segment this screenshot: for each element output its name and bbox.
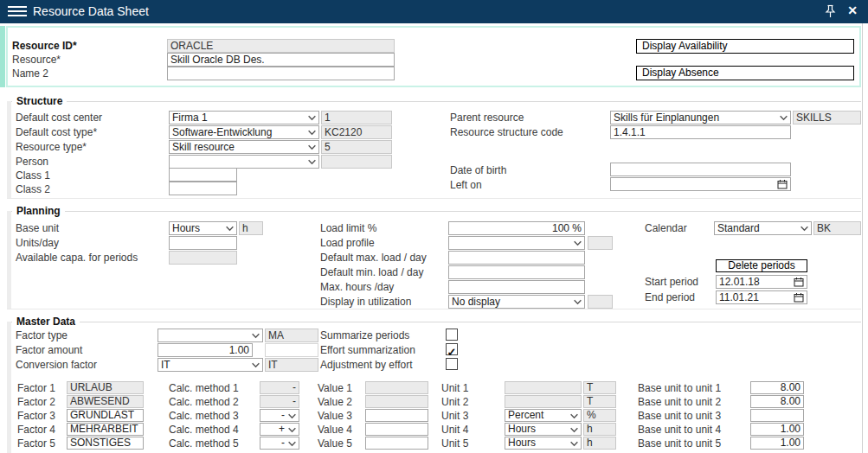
load-profile-select[interactable] xyxy=(448,236,585,250)
calc-method1-field: - xyxy=(260,381,299,394)
factor3-field[interactable]: GRUNDLAST xyxy=(67,409,144,422)
unit4-value: Hours xyxy=(508,423,536,435)
factor-type-code: MA xyxy=(265,329,318,342)
factor-amount-field[interactable]: 1.00 xyxy=(158,343,253,357)
default-max-load-field[interactable] xyxy=(448,251,585,265)
class2-field[interactable] xyxy=(169,182,237,195)
summarize-periods-checkbox[interactable] xyxy=(446,329,458,341)
close-icon[interactable]: ✕ xyxy=(847,3,858,17)
name2-field[interactable] xyxy=(167,67,395,80)
person-label: Person xyxy=(16,155,48,169)
default-cost-center-code: 1 xyxy=(321,111,392,124)
chevron-down-icon xyxy=(225,224,235,233)
factor5-field[interactable]: SONSTIGES xyxy=(67,437,144,450)
default-cost-type-select[interactable]: Software-Entwicklung xyxy=(169,125,319,139)
factor-amount-label: Factor amount xyxy=(16,343,82,357)
units-day-label: Units/day xyxy=(16,236,59,250)
parent-resource-select[interactable]: Skills für Einplanungen xyxy=(610,111,791,124)
available-capa-label: Available capa. for periods xyxy=(16,251,138,265)
accent-strip xyxy=(0,26,5,87)
window-title: Resource Data Sheet xyxy=(33,4,149,18)
display-absence-button[interactable]: Display Absence xyxy=(636,66,854,80)
person-select[interactable] xyxy=(169,155,319,169)
chevron-down-icon xyxy=(307,157,317,167)
effort-summarization-checkbox[interactable] xyxy=(446,343,458,355)
calc-method2-field: - xyxy=(260,395,299,408)
resource-data-sheet-window: Resource Data Sheet ✕ Resource ID* Resou… xyxy=(0,0,868,453)
left-on-label: Left on xyxy=(450,178,482,192)
value4-label: Value 4 xyxy=(318,423,352,437)
start-period-field[interactable]: 12.01.18 xyxy=(716,275,807,289)
resource-field[interactable]: Skill Oracle DB Des. xyxy=(167,53,395,67)
base-unit-to-unit3-field[interactable] xyxy=(750,409,804,422)
default-cost-type-value: Software-Entwicklung xyxy=(172,126,272,138)
adjustment-by-effort-checkbox[interactable] xyxy=(446,358,458,370)
value2-label: Value 2 xyxy=(318,395,352,409)
base-unit-label: Base unit xyxy=(16,221,59,235)
left-on-field[interactable] xyxy=(610,177,791,191)
factor-type-select[interactable] xyxy=(158,329,263,342)
date-of-birth-field[interactable] xyxy=(610,163,791,176)
value3-field[interactable] xyxy=(365,409,428,422)
unit5-value: Hours xyxy=(508,437,536,449)
base-unit-to-unit5-field[interactable]: 1.00 xyxy=(750,437,804,450)
structure-section-line xyxy=(7,101,861,102)
units-day-field[interactable] xyxy=(169,236,237,250)
calc-method1-label: Calc. method 1 xyxy=(169,381,239,395)
start-period-label: Start period xyxy=(645,275,698,289)
calendar-value: Standard xyxy=(717,222,760,234)
default-min-load-label: Default min. load / day xyxy=(320,265,423,279)
calendar-icon[interactable] xyxy=(777,179,788,189)
hamburger-menu-icon[interactable] xyxy=(8,6,27,17)
resource-id-field: ORACLE xyxy=(167,39,395,53)
resource-type-select[interactable]: Skill resource xyxy=(169,140,319,154)
calendar-icon[interactable] xyxy=(794,277,804,287)
display-availability-button[interactable]: Display Availability xyxy=(636,39,854,54)
default-min-load-field[interactable] xyxy=(448,265,585,279)
name2-label: Name 2 xyxy=(12,67,48,80)
unit3-select[interactable]: Percent xyxy=(505,409,582,422)
calc-method4-value: + xyxy=(279,423,285,435)
chevron-down-icon xyxy=(573,297,582,307)
unit5-select[interactable]: Hours xyxy=(505,437,582,450)
calendar-icon[interactable] xyxy=(794,292,804,303)
base-unit-to-unit2-field[interactable]: 8.00 xyxy=(750,395,804,408)
value4-field[interactable] xyxy=(365,423,428,436)
base-unit-select[interactable]: Hours xyxy=(169,221,237,235)
factor4-field[interactable]: MEHRARBEIT xyxy=(67,423,144,436)
base-unit-to-unit4-field[interactable]: 1.00 xyxy=(750,423,804,436)
structure-section-band xyxy=(7,101,11,198)
class1-label: Class 1 xyxy=(16,169,50,182)
unit4-select[interactable]: Hours xyxy=(505,423,582,436)
factor1-label: Factor 1 xyxy=(17,381,55,395)
calc-method2-label: Calc. method 2 xyxy=(169,395,239,409)
end-period-value: 11.01.21 xyxy=(719,291,759,303)
calendar-label: Calendar xyxy=(645,221,687,235)
display-in-utilization-select[interactable]: No display xyxy=(448,295,585,309)
unit2-field xyxy=(505,395,582,408)
load-limit-field[interactable]: 100 % xyxy=(448,221,585,235)
calc-method4-select[interactable]: + xyxy=(260,423,299,436)
delete-periods-button[interactable]: Delete periods xyxy=(716,259,807,272)
base-unit-to-unit1-field[interactable]: 8.00 xyxy=(750,381,804,394)
default-cost-center-select[interactable]: Firma 1 xyxy=(169,111,319,124)
available-capa-field xyxy=(169,251,237,265)
display-in-utilization-value: No display xyxy=(452,296,500,308)
planning-section-line xyxy=(7,211,861,212)
planning-section-bottom xyxy=(7,309,861,309)
pin-icon[interactable] xyxy=(824,4,837,19)
end-period-field[interactable]: 11.01.21 xyxy=(716,290,807,304)
conversion-factor-select[interactable]: IT xyxy=(158,358,263,372)
base-unit-value: Hours xyxy=(172,222,200,234)
calc-method5-select[interactable]: - xyxy=(260,437,299,450)
structure-code-field[interactable]: 1.4.1.1 xyxy=(610,125,791,139)
load-profile-code xyxy=(588,236,613,250)
class1-field[interactable] xyxy=(169,168,237,182)
calendar-select[interactable]: Standard xyxy=(714,221,812,235)
calc-method3-select[interactable]: - xyxy=(260,409,299,422)
conversion-factor-value: IT xyxy=(161,359,170,371)
chevron-down-icon xyxy=(251,360,260,370)
value5-field[interactable] xyxy=(365,437,428,450)
unit2-code: T xyxy=(583,395,616,408)
max-hours-day-field[interactable] xyxy=(448,280,585,294)
